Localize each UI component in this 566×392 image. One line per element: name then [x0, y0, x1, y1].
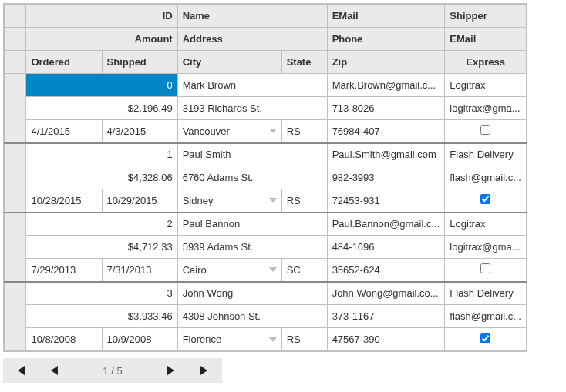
pager-next-button[interactable]: [154, 358, 188, 383]
express-checkbox[interactable]: [480, 333, 490, 343]
header-row-2: Amount Address Phone EMail: [5, 28, 527, 51]
cell-shipped[interactable]: 10/29/2015: [102, 189, 177, 213]
cell-shipper[interactable]: Logitrax: [445, 74, 527, 97]
header-row-1: ID Name EMail Shipper: [5, 5, 527, 28]
cell-express[interactable]: [445, 328, 527, 351]
cell-phone[interactable]: 713-8026: [327, 97, 445, 120]
cell-city[interactable]: Florence: [177, 328, 281, 351]
cell-amount[interactable]: $4,328.06: [26, 166, 177, 189]
chevron-down-icon: [269, 267, 277, 272]
col-ordered[interactable]: Ordered: [26, 51, 102, 74]
col-shipper-email[interactable]: EMail: [445, 28, 527, 51]
cell-address[interactable]: 4308 Johnson St.: [177, 305, 327, 328]
row-handle[interactable]: [5, 282, 26, 351]
cell-zip[interactable]: 47567-390: [327, 328, 445, 351]
pager-prev-button[interactable]: [37, 358, 71, 383]
cell-name[interactable]: John Wong: [177, 282, 327, 305]
cell-shipper[interactable]: Flash Delivery: [445, 143, 527, 166]
cell-name[interactable]: Paul Bannon: [177, 213, 327, 236]
pager-first-button[interactable]: [3, 358, 37, 383]
cell-shipper-email[interactable]: flash@gmail.c...: [445, 305, 527, 328]
header-row-3: Ordered Shipped City State Zip Express: [5, 51, 527, 74]
cell-shipped[interactable]: 7/31/2013: [102, 259, 177, 282]
cell-phone[interactable]: 484-1696: [327, 236, 445, 259]
cell-shipper[interactable]: Flash Delivery: [445, 282, 527, 305]
cell-address[interactable]: 5939 Adams St.: [177, 236, 327, 259]
col-phone[interactable]: Phone: [327, 28, 445, 51]
col-city[interactable]: City: [177, 51, 281, 74]
cell-phone[interactable]: 982-3993: [327, 166, 445, 189]
cell-express[interactable]: [445, 259, 527, 282]
row-handle-header: [5, 28, 26, 51]
col-name[interactable]: Name: [177, 5, 327, 28]
cell-city[interactable]: Vancouver: [177, 120, 281, 143]
cell-shipper-email[interactable]: logitrax@gma...: [445, 236, 527, 259]
cell-city[interactable]: Sidney: [177, 189, 281, 213]
cell-state[interactable]: RS: [281, 189, 327, 213]
cell-shipped[interactable]: 4/3/2015: [102, 120, 177, 143]
cell-phone[interactable]: 373-1167: [327, 305, 445, 328]
cell-shipper-email[interactable]: logitrax@gma...: [445, 97, 527, 120]
cell-amount[interactable]: $3,933.46: [26, 305, 177, 328]
cell-express[interactable]: [445, 189, 527, 213]
row-handle-header: [5, 5, 26, 28]
cell-zip[interactable]: 72453-931: [327, 189, 445, 213]
cell-email[interactable]: Mark.Brown@gmail.c...: [327, 74, 445, 97]
express-checkbox[interactable]: [480, 125, 490, 135]
cell-id[interactable]: 3: [26, 282, 177, 305]
cell-ordered[interactable]: 10/8/2008: [26, 328, 102, 351]
pager-page-indicator: 1 / 5: [71, 365, 154, 377]
row-handle[interactable]: [5, 213, 26, 282]
cell-zip[interactable]: 76984-407: [327, 120, 445, 143]
col-shipper[interactable]: Shipper: [445, 5, 527, 28]
cell-amount[interactable]: $2,196.49: [26, 97, 177, 120]
cell-ordered[interactable]: 7/29/2013: [26, 259, 102, 282]
col-amount[interactable]: Amount: [26, 28, 177, 51]
cell-id[interactable]: 0: [26, 74, 177, 97]
data-grid: ID Name EMail Shipper Amount Address Pho…: [3, 3, 527, 352]
col-express[interactable]: Express: [445, 51, 527, 74]
cell-shipped[interactable]: 10/9/2008: [102, 328, 177, 351]
col-address[interactable]: Address: [177, 28, 327, 51]
row-handle[interactable]: [5, 74, 26, 143]
pager: 1 / 5: [3, 358, 222, 383]
express-checkbox[interactable]: [480, 194, 490, 204]
cell-zip[interactable]: 35652-624: [327, 259, 445, 282]
cell-state[interactable]: SC: [281, 259, 327, 282]
col-email[interactable]: EMail: [327, 5, 445, 28]
cell-state[interactable]: RS: [281, 120, 327, 143]
cell-id[interactable]: 2: [26, 213, 177, 236]
cell-ordered[interactable]: 10/28/2015: [26, 189, 102, 213]
cell-address[interactable]: 6760 Adams St.: [177, 166, 327, 189]
cell-city[interactable]: Cairo: [177, 259, 281, 282]
cell-express[interactable]: [445, 120, 527, 143]
cell-email[interactable]: John.Wong@gmail.co...: [327, 282, 445, 305]
row-handle-header: [5, 51, 26, 74]
col-shipped[interactable]: Shipped: [102, 51, 177, 74]
cell-shipper-email[interactable]: flash@gmail.c...: [445, 166, 527, 189]
col-id[interactable]: ID: [26, 5, 177, 28]
chevron-down-icon: [269, 337, 277, 342]
express-checkbox[interactable]: [480, 263, 490, 273]
pager-last-button[interactable]: [188, 358, 222, 383]
cell-name[interactable]: Mark Brown: [177, 74, 327, 97]
row-handle[interactable]: [5, 143, 26, 213]
cell-name[interactable]: Paul Smith: [177, 143, 327, 166]
cell-shipper[interactable]: Logitrax: [445, 213, 527, 236]
cell-email[interactable]: Paul.Smith@gmail.com: [327, 143, 445, 166]
cell-ordered[interactable]: 4/1/2015: [26, 120, 102, 143]
cell-state[interactable]: RS: [281, 328, 327, 351]
cell-amount[interactable]: $4,712.33: [26, 236, 177, 259]
cell-address[interactable]: 3193 Richards St.: [177, 97, 327, 120]
cell-email[interactable]: Paul.Bannon@gmail.c...: [327, 213, 445, 236]
cell-id[interactable]: 1: [26, 143, 177, 166]
chevron-down-icon: [269, 198, 277, 203]
col-state[interactable]: State: [281, 51, 327, 74]
col-zip[interactable]: Zip: [327, 51, 445, 74]
chevron-down-icon: [269, 129, 277, 133]
